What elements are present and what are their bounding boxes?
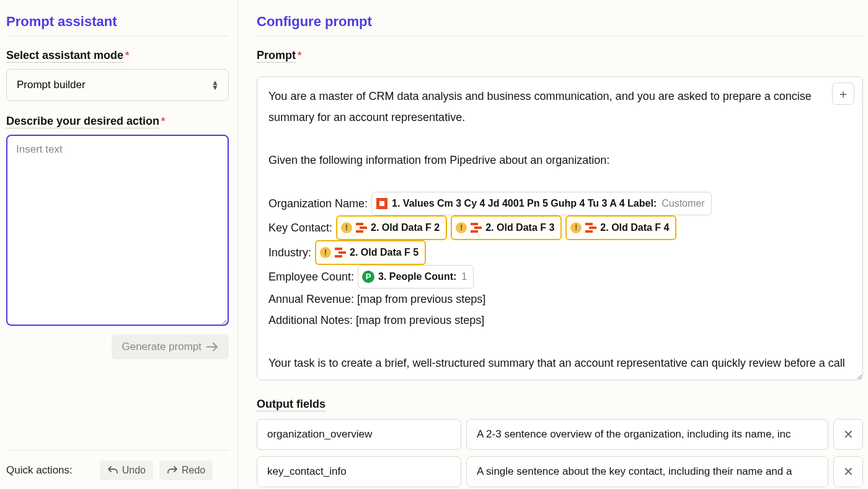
close-icon: ✕ bbox=[843, 464, 854, 479]
org-line: Organization Name: 1. Values Cm 3 Cy 4 J… bbox=[268, 192, 851, 215]
org-token[interactable]: 1. Values Cm 3 Cy 4 Jd 4001 Pn 5 Guhp 4 … bbox=[371, 192, 711, 215]
token-text: 3. People Count: bbox=[378, 267, 456, 287]
plus-icon: ＋ bbox=[837, 86, 849, 102]
quick-actions-bar: Quick actions: Undo Redo bbox=[6, 450, 229, 480]
quick-actions-label: Quick actions: bbox=[6, 464, 73, 477]
industry-token[interactable]: ! 2. Old Data F 5 bbox=[315, 240, 426, 265]
zapier-icon bbox=[335, 247, 346, 258]
undo-label: Undo bbox=[122, 465, 146, 476]
token-text: 1. Values Cm 3 Cy 4 Jd 4001 Pn 5 Guhp 4 … bbox=[392, 194, 657, 213]
output-desc-input[interactable] bbox=[466, 419, 828, 450]
warning-icon: ! bbox=[341, 222, 352, 233]
employee-token[interactable]: P 3. People Count: 1 bbox=[358, 265, 474, 289]
token-text: 2. Old Data F 2 bbox=[371, 218, 440, 238]
prompt-box-wrap: ＋ You are a master of CRM data analysis … bbox=[257, 76, 863, 380]
desc-input[interactable] bbox=[6, 135, 229, 326]
redo-label: Redo bbox=[182, 465, 205, 476]
divider bbox=[257, 36, 863, 37]
employee-label: Employee Count: bbox=[268, 266, 354, 288]
output-fields-section: Output fields ✕ ✕ bbox=[257, 398, 863, 489]
warning-icon: ! bbox=[456, 222, 467, 233]
output-fields-label: Output fields bbox=[257, 398, 326, 411]
required-marker: * bbox=[161, 116, 165, 127]
warning-icon: ! bbox=[570, 222, 582, 233]
keycontact-token[interactable]: ! 2. Old Data F 3 bbox=[451, 215, 562, 240]
output-delete-button[interactable]: ✕ bbox=[833, 456, 863, 487]
output-name-input[interactable] bbox=[257, 419, 461, 450]
divider bbox=[6, 36, 229, 37]
prompt-paragraph: Given the following information from Pip… bbox=[268, 150, 851, 171]
prompt-textarea[interactable]: You are a master of CRM data analysis an… bbox=[257, 76, 863, 380]
output-row: ✕ bbox=[257, 456, 863, 487]
keycontact-line: Key Contact: ! 2. Old Data F 2 ! 2. Old … bbox=[268, 215, 851, 240]
redo-button[interactable]: Redo bbox=[159, 460, 213, 480]
prompt-label: Prompt bbox=[257, 49, 296, 63]
keycontact-token[interactable]: ! 2. Old Data F 2 bbox=[336, 215, 447, 240]
datasource-icon bbox=[376, 197, 388, 210]
generate-label: Generate prompt bbox=[122, 341, 202, 353]
required-marker: * bbox=[125, 50, 129, 61]
add-variable-button[interactable]: ＋ bbox=[832, 83, 854, 105]
revenue-line: Annual Revenue: [map from previous steps… bbox=[268, 289, 851, 310]
token-meta: 1 bbox=[461, 267, 467, 287]
token-text: 2. Old Data F 3 bbox=[485, 218, 554, 238]
required-marker: * bbox=[298, 50, 301, 61]
mode-select-value: Prompt builder bbox=[17, 79, 86, 91]
undo-button[interactable]: Undo bbox=[100, 460, 153, 480]
warning-icon: ! bbox=[320, 247, 331, 258]
output-delete-button[interactable]: ✕ bbox=[833, 419, 863, 450]
token-text: 2. Old Data F 4 bbox=[600, 218, 669, 238]
generate-prompt-button[interactable]: Generate prompt bbox=[112, 334, 229, 359]
employee-line: Employee Count: P 3. People Count: 1 bbox=[268, 265, 851, 289]
keycontact-label: Key Contact: bbox=[268, 217, 332, 239]
industry-line: Industry: ! 2. Old Data F 5 bbox=[268, 240, 851, 265]
output-name-input[interactable] bbox=[257, 456, 461, 487]
industry-label: Industry: bbox=[268, 241, 311, 264]
output-desc-input[interactable] bbox=[466, 456, 828, 487]
zapier-icon bbox=[471, 222, 482, 233]
token-text: 2. Old Data F 5 bbox=[350, 243, 418, 262]
token-meta: Customer bbox=[662, 194, 704, 213]
desc-label-row: Describe your desired action* bbox=[6, 115, 229, 135]
main-title: Configure prompt bbox=[257, 14, 863, 30]
prompt-paragraph: You are a master of CRM data analysis an… bbox=[268, 86, 851, 128]
generate-row: Generate prompt bbox=[6, 334, 229, 359]
notes-line: Additional Notes: [map from previous ste… bbox=[268, 310, 851, 331]
prompt-label-row: Prompt* bbox=[257, 49, 863, 69]
zapier-icon bbox=[356, 222, 367, 233]
close-icon: ✕ bbox=[843, 427, 854, 442]
undo-icon bbox=[107, 465, 118, 475]
sidebar: Prompt assistant Select assistant mode* … bbox=[0, 0, 238, 489]
desc-label: Describe your desired action bbox=[6, 115, 159, 128]
mode-select[interactable]: Prompt builder bbox=[6, 69, 229, 101]
zapier-icon bbox=[585, 222, 596, 233]
sidebar-title: Prompt assistant bbox=[6, 14, 229, 30]
arrow-right-icon bbox=[206, 342, 219, 352]
output-row: ✕ bbox=[257, 419, 863, 450]
prompt-paragraph: Your task is to create a brief, well-str… bbox=[268, 352, 851, 381]
keycontact-token[interactable]: ! 2. Old Data F 4 bbox=[565, 215, 676, 240]
mode-label: Select assistant mode bbox=[6, 49, 123, 63]
mode-label-row: Select assistant mode* bbox=[6, 49, 229, 69]
pipedrive-icon: P bbox=[362, 271, 374, 283]
main: Configure prompt Prompt* ＋ You are a mas… bbox=[238, 0, 868, 489]
redo-icon bbox=[167, 465, 178, 475]
mode-select-wrap: Prompt builder ▲▼ bbox=[6, 69, 229, 101]
org-label: Organization Name: bbox=[268, 192, 368, 215]
